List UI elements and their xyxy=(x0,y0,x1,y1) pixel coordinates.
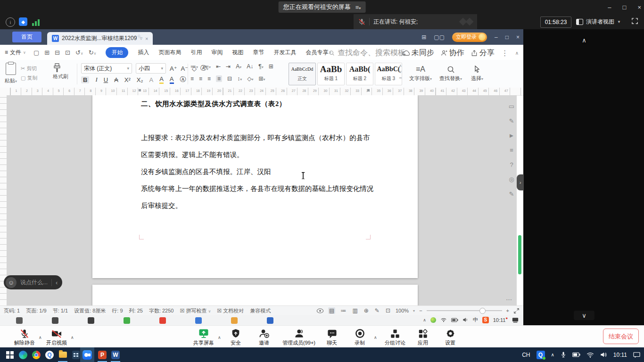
share-button[interactable]: 分享 xyxy=(471,48,495,58)
style-标题 2[interactable]: AaBb(标题 2 xyxy=(346,63,373,85)
line-spacing-icon[interactable]: ↕▾ xyxy=(237,75,242,82)
wps-close-icon[interactable]: × xyxy=(516,34,520,41)
document-canvas[interactable]: 二、饮用水水源类型及供水方式调查表（表2）上报要求：表2只涉及农村水质监测部分，… xyxy=(7,95,517,305)
char-border-button[interactable]: Ⓐ xyxy=(180,75,186,84)
ribbon-tab-会员专享[interactable]: 会员专享 xyxy=(305,49,328,57)
cut-button[interactable]: ✂ 剪切 xyxy=(21,64,37,73)
meeting-info-icon[interactable]: i xyxy=(6,17,15,27)
format-painter-button[interactable]: 格式刷 xyxy=(53,63,68,80)
shared-taskbar-icon[interactable] xyxy=(16,317,23,324)
collapse-chevron-icon[interactable]: ∧ xyxy=(582,37,586,44)
maximize-icon[interactable]: □ xyxy=(623,4,627,11)
font-color-button[interactable]: A xyxy=(170,75,174,84)
print-preview-icon[interactable]: ⊡ xyxy=(65,49,70,56)
zoom-slider-thumb[interactable] xyxy=(479,308,486,314)
redo-icon[interactable]: ↻∨ xyxy=(89,49,97,56)
increase-indent-icon[interactable]: ⇥ xyxy=(226,63,231,70)
numbered-list-icon[interactable]: ≕▾ xyxy=(203,63,211,70)
lang-indicator[interactable]: CH xyxy=(522,352,530,358)
align-right-icon[interactable]: ≡ xyxy=(207,75,211,82)
font-size-select[interactable]: 小四▾ xyxy=(136,63,166,74)
borders-icon[interactable]: ⊞▾ xyxy=(258,75,265,82)
taskbar-file-explorer-icon[interactable] xyxy=(57,347,69,362)
new-tab-button[interactable]: + xyxy=(137,32,141,41)
split-view-icon[interactable]: ⊞ xyxy=(421,34,426,41)
qq-ime-icon[interactable]: Q xyxy=(537,351,545,359)
ribbon-tab-页面布局[interactable]: 页面布局 xyxy=(158,49,181,57)
meeting-security-icon[interactable]: ◆ xyxy=(19,17,27,26)
annotate-icon[interactable]: ✎ xyxy=(505,187,518,201)
login-button[interactable]: 立即登录 xyxy=(452,33,487,42)
columns-icon[interactable]: ⊞ xyxy=(269,63,273,70)
view-mode-selector[interactable]: 演讲者视图 ▼ xyxy=(576,16,621,27)
doc-check-toggle[interactable]: ☒ 文档校对 xyxy=(217,307,244,314)
volume-icon[interactable] xyxy=(600,352,607,358)
wifi-icon[interactable] xyxy=(440,317,447,322)
taskbar-word-icon[interactable]: W xyxy=(109,347,122,362)
volume-icon[interactable] xyxy=(462,317,469,322)
minimize-icon[interactable]: – xyxy=(608,4,611,11)
superscript-button[interactable]: X² xyxy=(124,76,131,83)
close-icon[interactable]: × xyxy=(637,4,641,11)
outline-text-button[interactable]: A xyxy=(149,76,154,83)
mic-tray-icon[interactable] xyxy=(561,351,566,358)
end-meeting-button[interactable]: 结束会议 xyxy=(603,329,639,344)
underline-button[interactable]: U xyxy=(104,76,108,83)
chat-quick-bubble[interactable]: ☺ 说点什么... ‹ xyxy=(4,275,62,289)
zoom-value[interactable]: 100% xyxy=(396,308,409,313)
layout-grid-icon[interactable]: ▢▢ xyxy=(434,34,445,41)
command-search[interactable]: 查找命令、搜索模板 xyxy=(329,48,405,58)
ribbon-tab-章节[interactable]: 章节 xyxy=(253,49,264,57)
network-signal-icon[interactable] xyxy=(32,17,41,26)
bullet-list-icon[interactable]: ≔▾ xyxy=(190,63,198,70)
tray-expand-icon[interactable]: ∧ xyxy=(423,318,426,322)
style-gallery-scroll[interactable]: ∧∨≂ xyxy=(399,64,402,80)
fit-page-icon[interactable]: ⊡ xyxy=(385,307,391,314)
wps-restore-icon[interactable]: □ xyxy=(505,34,509,41)
antivirus-icon[interactable] xyxy=(430,317,436,323)
shared-taskbar-icon[interactable] xyxy=(195,317,202,324)
increase-font-icon[interactable]: A⁺ xyxy=(170,65,177,72)
horizontal-ruler[interactable]: 1234567891011121314151617181920212223242… xyxy=(0,88,523,96)
save-icon[interactable]: ⊞ xyxy=(44,49,50,56)
font-family-select[interactable]: 宋体 (正文)▾ xyxy=(81,63,132,74)
eye-protect-icon[interactable] xyxy=(316,308,324,313)
new-doc-icon[interactable]: ▢ xyxy=(33,49,39,56)
zoom-out-icon[interactable]: − xyxy=(419,308,422,313)
fullscreen-icon[interactable] xyxy=(631,17,639,25)
style-标题 3[interactable]: AaBbC(标题 3 xyxy=(375,63,402,85)
pointer-icon[interactable]: ► xyxy=(505,128,518,143)
expand-icon[interactable] xyxy=(513,308,520,314)
print-icon[interactable]: ⊟ xyxy=(55,49,60,56)
tray-expand-icon[interactable]: ∧ xyxy=(551,352,554,357)
page-view-icon[interactable]: ▤ xyxy=(328,307,335,314)
shared-taskbar-icon[interactable] xyxy=(124,317,130,324)
expand-chevron-icon[interactable]: ∨ xyxy=(574,311,594,320)
chat-placeholder[interactable]: 说点什么... xyxy=(20,279,48,287)
toolbar-settings-gear[interactable]: 设置 xyxy=(429,328,471,346)
select-button[interactable]: 选择▾ xyxy=(468,64,487,82)
zoom-caret-icon[interactable]: ▾ xyxy=(413,309,415,313)
scrollbar-thumb[interactable] xyxy=(518,235,521,274)
vertical-scrollbar[interactable] xyxy=(518,95,522,305)
indent-marker[interactable] xyxy=(139,89,141,91)
touchpad-icon[interactable] xyxy=(512,317,519,323)
zoom-slider[interactable] xyxy=(427,310,502,311)
decrease-indent-icon[interactable]: ⇤ xyxy=(216,63,221,70)
taskbar-edge-icon[interactable] xyxy=(17,347,29,362)
file-menu[interactable]: ≡ 文件 ∨ xyxy=(5,49,26,57)
more-tools-icon[interactable]: ⋯ xyxy=(506,296,512,303)
taskbar-start-icon[interactable] xyxy=(4,347,16,362)
more-options-icon[interactable]: ⋮ xyxy=(501,49,509,58)
edit-pen-icon[interactable]: ✎ xyxy=(505,114,518,128)
decrease-font-icon[interactable]: A⁻ xyxy=(181,65,189,72)
style-正文[interactable]: AaBbCcDd正文 xyxy=(289,63,316,85)
find-replace-button[interactable]: 查找替换▾ xyxy=(438,64,464,82)
zoom-in-icon[interactable]: + xyxy=(506,308,509,313)
banner-menu-icon[interactable]: ≡▾ xyxy=(355,4,361,11)
collapse-chevron-icon[interactable]: ‹ xyxy=(51,279,58,286)
chevron-up-icon[interactable]: ∧ xyxy=(71,335,74,340)
text-effects-icon[interactable]: A▾ xyxy=(236,63,241,70)
shared-taskbar-icon[interactable] xyxy=(88,317,94,324)
shared-taskbar-icon[interactable] xyxy=(231,317,238,324)
